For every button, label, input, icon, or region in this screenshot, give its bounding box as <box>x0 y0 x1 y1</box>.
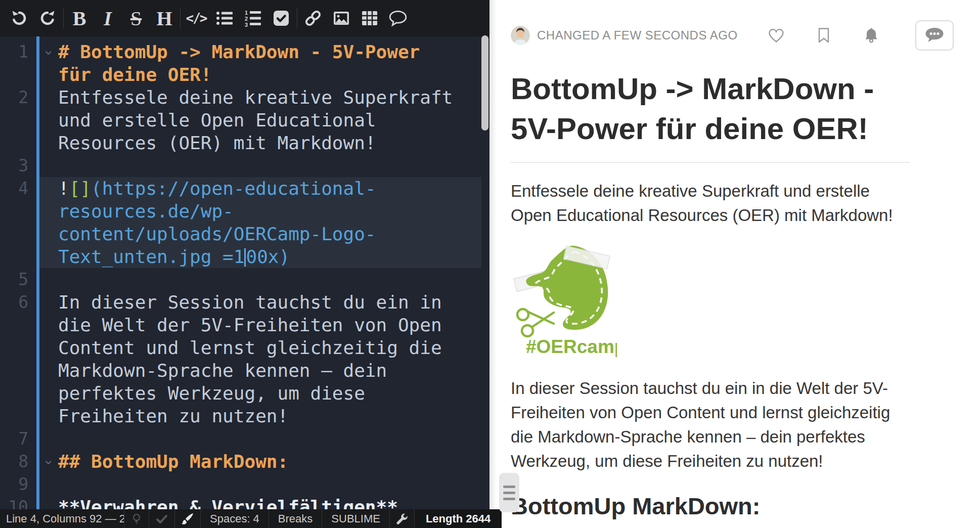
line-number: 3 <box>0 154 28 177</box>
line-number: 2 <box>0 86 28 109</box>
bookmark-icon[interactable] <box>817 27 830 43</box>
code-row[interactable]: Resources (OER) mit Markdown! <box>0 131 489 154</box>
code-row[interactable]: content/uploads/OERCamp-Logo- <box>0 223 489 245</box>
code-row[interactable]: Text_unten.jpg =100x) <box>0 245 489 268</box>
wrench-icon[interactable] <box>390 509 415 528</box>
code-row[interactable]: Markdown-Sprache kennen – dein <box>0 359 489 382</box>
last-changed-label: CHANGED A FEW SECONDS AGO <box>537 28 738 42</box>
line-number: 4 <box>0 177 28 200</box>
svg-text:1: 1 <box>245 10 248 16</box>
cursor-position-status: Line 4, Columns 92 — 21 <box>0 509 124 528</box>
bold-icon[interactable]: B <box>65 5 94 31</box>
undo-icon[interactable] <box>5 5 33 31</box>
gutter-indicator-bar <box>36 36 39 509</box>
code-row[interactable]: 5 <box>0 268 489 291</box>
oercamp-logo-image: #OERcamp <box>511 238 617 360</box>
code-row[interactable]: 1⌄# BottomUp -> MarkDown - 5V-Power <box>0 40 489 63</box>
preview-header: CHANGED A FEW SECONDS AGO <box>489 0 980 51</box>
editor-toolbar: B I S H </> 123 <box>0 0 489 36</box>
code-row[interactable]: für deine OER! <box>0 63 489 86</box>
fold-chevron-icon[interactable]: ⌄ <box>42 38 54 61</box>
code-rows: 1⌄# BottomUp -> MarkDown - 5V-Powerfür d… <box>0 36 489 509</box>
spellcheck-icon[interactable] <box>149 509 175 528</box>
line-number: 10 <box>0 496 28 509</box>
line-number: 5 <box>0 268 28 291</box>
code-row[interactable]: 4![](https://open-educational- <box>0 177 489 200</box>
image-icon[interactable] <box>327 5 355 31</box>
code-row[interactable]: Freiheiten zu nutzen! <box>0 405 489 427</box>
paragraph: In dieser Session tauchst du ein in die … <box>511 376 910 473</box>
ordered-list-icon[interactable]: 123 <box>239 5 267 31</box>
document-title: BottomUp -> MarkDown - 5V-Power für dein… <box>511 69 910 163</box>
code-row[interactable]: 7 <box>0 427 489 450</box>
code-row[interactable]: und erstelle Open Educational <box>0 109 489 131</box>
line-number: 6 <box>0 291 28 314</box>
line-number: 9 <box>0 473 28 496</box>
line-number: 1 <box>0 40 28 63</box>
line-number: 8 <box>0 450 28 473</box>
code-row[interactable]: 8⌄## BottomUp MarkDown: <box>0 450 489 473</box>
spaces-setting[interactable]: Spaces: 4 <box>201 509 269 528</box>
code-editor[interactable]: 1⌄# BottomUp -> MarkDown - 5V-Powerfür d… <box>0 36 489 509</box>
code-row[interactable]: resources.de/wp- <box>0 200 489 223</box>
logo-caption: #OERcamp <box>526 336 617 357</box>
code-row[interactable]: 9 <box>0 473 489 496</box>
code-row[interactable]: Content und lernst gleichzeitig die <box>0 336 489 359</box>
keymap-setting[interactable]: SUBLIME <box>322 509 390 528</box>
comment-icon[interactable] <box>384 5 412 31</box>
link-icon[interactable] <box>299 5 327 31</box>
rendered-document: BottomUp -> MarkDown - 5V-Power für dein… <box>489 69 910 528</box>
toolbar-separator <box>297 8 297 29</box>
breaks-setting[interactable]: Breaks <box>269 509 322 528</box>
paragraph: Entfessele deine kreative Superkraft und… <box>511 179 910 228</box>
code-icon[interactable]: </> <box>182 5 210 31</box>
brush-icon[interactable] <box>175 509 201 528</box>
comments-button[interactable] <box>915 20 954 51</box>
header-actions <box>768 20 954 51</box>
editor-pane: B I S H </> 123 <box>0 0 489 528</box>
code-row[interactable]: 3 <box>0 154 489 177</box>
line-number: 7 <box>0 427 28 450</box>
checklist-icon[interactable] <box>267 5 295 31</box>
avatar[interactable] <box>511 26 530 45</box>
heart-icon[interactable] <box>768 27 785 43</box>
markdown-editor-app: B I S H </> 123 <box>0 0 980 528</box>
code-row[interactable]: 6In dieser Session tauchst du ein in <box>0 291 489 314</box>
status-bar: Line 4, Columns 92 — 21 Spaces: 4 Breaks… <box>0 509 489 528</box>
bell-icon[interactable] <box>863 27 880 44</box>
editor-scrollbar-thumb[interactable] <box>481 35 488 130</box>
lightbulb-icon[interactable] <box>124 509 149 528</box>
italic-icon[interactable]: I <box>94 5 122 31</box>
svg-text:3: 3 <box>245 22 248 27</box>
heading-icon[interactable]: H <box>150 5 179 31</box>
code-row[interactable]: perfektes Werkzeug, um diese <box>0 382 489 405</box>
split-view-handle[interactable] <box>499 473 519 512</box>
svg-text:2: 2 <box>245 16 248 22</box>
redo-icon[interactable] <box>33 5 62 31</box>
toolbar-separator <box>180 8 181 29</box>
table-icon[interactable] <box>355 5 384 31</box>
strikethrough-icon[interactable]: S <box>122 5 150 31</box>
fold-chevron-icon[interactable]: ⌄ <box>42 448 54 471</box>
preview-pane: CHANGED A FEW SECONDS AGO BottomUp -> Ma… <box>489 0 980 528</box>
code-row[interactable]: die Welt der 5V-Freiheiten von Open <box>0 314 489 336</box>
code-row[interactable]: 2Entfessele deine kreative Superkraft <box>0 86 489 109</box>
toolbar-separator <box>63 8 64 29</box>
document-length-status: Length 2644 <box>415 509 502 528</box>
unordered-list-icon[interactable] <box>210 5 239 31</box>
code-row[interactable]: 10**Verwahren & Vervielfältigen** <box>0 496 489 509</box>
section-heading: BottomUp MarkDown: <box>511 492 910 528</box>
